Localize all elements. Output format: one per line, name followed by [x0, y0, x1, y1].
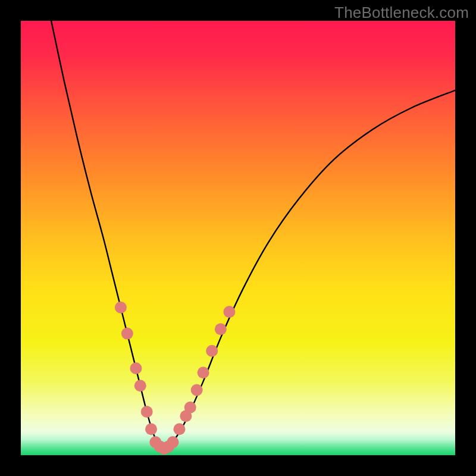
marker-dot	[173, 423, 185, 435]
marker-dot	[206, 345, 218, 357]
marker-dot	[141, 406, 153, 418]
marker-dot	[223, 306, 235, 318]
marker-dot	[121, 328, 133, 340]
marker-dot	[215, 323, 227, 335]
marker-dot	[191, 384, 203, 396]
gradient-background	[21, 21, 455, 455]
plot-area	[21, 21, 455, 455]
marker-dot	[145, 423, 157, 435]
chart-svg	[21, 21, 455, 455]
marker-dot	[130, 362, 142, 374]
marker-dot	[115, 302, 127, 314]
marker-dot	[198, 367, 209, 378]
outer-frame: TheBottleneck.com	[0, 0, 476, 476]
marker-dot	[167, 436, 179, 448]
marker-dot	[184, 402, 196, 414]
watermark-text: TheBottleneck.com	[334, 4, 469, 22]
marker-dot	[134, 380, 146, 392]
